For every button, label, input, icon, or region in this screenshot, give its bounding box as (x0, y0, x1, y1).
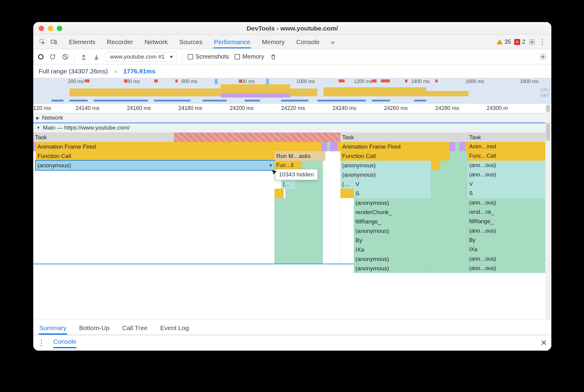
device-toggle-icon[interactable] (50, 38, 57, 46)
flame-animation-frame-fired[interactable]: Animation Frame Fired (36, 142, 322, 151)
flame-animation-frame-fired[interactable]: Animation Frame Fired (340, 142, 450, 151)
flame-V[interactable]: V (467, 179, 546, 189)
drawer-menu-icon[interactable]: ⋮ (37, 338, 45, 348)
drawer-close-icon[interactable]: ✕ (540, 338, 547, 348)
settings-gear-icon[interactable] (528, 38, 536, 46)
flame-anonymous[interactable]: (… (340, 179, 354, 189)
selection-crumb[interactable]: 1776.91ms (123, 68, 155, 75)
profile-select[interactable]: www.youtube.com #1 (105, 52, 177, 62)
details-tab-bottom-up[interactable]: Bottom-Up (79, 324, 110, 335)
ruler-scrollbar[interactable] (545, 104, 551, 113)
flame-By[interactable]: By (467, 236, 546, 245)
flame-anonymous[interactable]: (ano…ous) (467, 161, 546, 170)
flame-segment[interactable] (431, 179, 467, 189)
download-profile-icon[interactable] (93, 53, 100, 60)
details-tab-event-log[interactable]: Event Log (160, 324, 190, 335)
flame-anonymous[interactable]: (anonymous) (354, 198, 431, 207)
flame-segment[interactable] (431, 161, 440, 170)
flame-segment[interactable] (274, 207, 323, 217)
chevron-down-icon[interactable]: ▾ (269, 162, 272, 169)
tab-more[interactable]: » (330, 36, 335, 48)
tab-sources[interactable]: Sources (179, 36, 203, 48)
flame-run-microtasks[interactable]: Run M…asks (274, 151, 325, 161)
tab-console[interactable]: Console (296, 36, 320, 48)
flame-segment[interactable] (330, 142, 337, 151)
flame-function-call[interactable]: Function Call (36, 151, 274, 161)
flame-task-longtask[interactable] (174, 133, 340, 142)
flame-segment[interactable] (455, 142, 459, 151)
flame-function-call[interactable]: Func…Call (467, 151, 546, 161)
errors-count[interactable]: ✕ 2 (514, 38, 525, 45)
flame-segment[interactable] (274, 245, 323, 254)
network-track-header[interactable]: ▶ Network (33, 113, 551, 123)
flame-anonymous[interactable]: (ano…ous) (467, 170, 546, 179)
flame-anonymous[interactable]: (ano…ous) (467, 264, 546, 273)
upload-profile-icon[interactable] (80, 53, 87, 60)
flame-S[interactable]: S (467, 189, 546, 198)
record-button[interactable] (38, 54, 44, 59)
flame-S[interactable]: S (354, 189, 431, 198)
memory-checkbox[interactable]: Memory (235, 53, 264, 60)
minimize-window-button[interactable] (48, 26, 53, 31)
full-range-crumb[interactable]: Full range (34307.26ms) (39, 68, 108, 75)
flame-function-call[interactable]: Function Call (340, 151, 450, 161)
flame-segment[interactable] (296, 179, 323, 189)
flame-segment[interactable] (431, 236, 467, 245)
flame-segment[interactable] (459, 142, 465, 151)
flame-task[interactable]: Task (33, 133, 174, 142)
flame-anonymous[interactable]: (anonymous) (354, 264, 431, 273)
flame-renderchunk[interactable]: renderChunk_ (354, 207, 431, 217)
warnings-count[interactable]: 35 (497, 38, 511, 45)
close-window-button[interactable] (39, 26, 44, 31)
flame-anonymous[interactable]: (anonymous) (354, 226, 431, 236)
flame-fillrange[interactable]: fillRange_ (467, 217, 546, 226)
capture-settings-gear-icon[interactable] (539, 53, 547, 60)
flame-segment[interactable] (431, 217, 467, 226)
inspect-element-icon[interactable] (39, 38, 46, 46)
flame-V[interactable]: V (354, 179, 431, 189)
flame-segment[interactable] (322, 142, 327, 151)
flame-segment[interactable] (274, 226, 323, 236)
flame-IXa[interactable]: IXa (467, 245, 546, 254)
flame-segment[interactable] (274, 198, 323, 207)
flame-segment[interactable] (431, 226, 467, 236)
overview-handle-right[interactable] (266, 79, 269, 84)
drawer-tab-console[interactable]: Console (53, 338, 76, 348)
flame-IXa[interactable]: IXa (354, 245, 431, 254)
flame-task[interactable]: Task (467, 133, 546, 142)
flame-animation-frame-fired[interactable]: Anim…ired (467, 142, 546, 151)
flame-renderchunk[interactable]: rend…nk_ (467, 207, 546, 217)
flame-anonymous[interactable]: (anonymous) (340, 161, 431, 170)
flame-segment[interactable] (302, 161, 323, 170)
overview-timeline[interactable]: 200 ms 400 ms 600 ms 800 ms 1000 ms 1200… (33, 78, 551, 104)
flame-fillrange[interactable]: fillRange_ (354, 217, 431, 226)
flame-segment[interactable] (431, 189, 467, 198)
main-track-header[interactable]: ▼ Main — https://www.youtube.com/ (33, 123, 551, 133)
flame-segment[interactable] (274, 217, 323, 226)
kebab-menu-icon[interactable]: ⋮ (539, 38, 546, 46)
tracks-scrollbar[interactable] (545, 113, 551, 319)
details-tab-call-tree[interactable]: Call Tree (122, 324, 148, 335)
flame-segment[interactable] (340, 189, 354, 198)
flame-anonymous[interactable]: (… (281, 179, 296, 189)
flame-segment[interactable] (431, 207, 467, 217)
flame-segment[interactable] (431, 254, 467, 264)
flame-anonymous[interactable]: (anonymous) (340, 170, 431, 179)
flame-segment[interactable] (274, 189, 284, 198)
flame-segment[interactable] (431, 264, 467, 273)
flame-segment[interactable] (431, 245, 467, 254)
flame-anonymous[interactable]: (ano…ous) (467, 226, 546, 236)
tab-recorder[interactable]: Recorder (106, 36, 134, 48)
overview-handle-left[interactable] (215, 79, 218, 84)
details-tab-summary[interactable]: Summary (39, 324, 67, 335)
flame-segment[interactable] (431, 170, 467, 179)
flame-segment[interactable] (440, 161, 467, 170)
tab-network[interactable]: Network (144, 36, 168, 48)
flame-segment[interactable] (274, 236, 323, 245)
flame-segment[interactable] (274, 254, 323, 264)
zoom-window-button[interactable] (57, 26, 62, 31)
tab-performance[interactable]: Performance (213, 36, 251, 48)
flame-segment[interactable] (450, 142, 455, 151)
garbage-collect-icon[interactable] (270, 53, 277, 60)
flame-segment[interactable] (431, 198, 467, 207)
